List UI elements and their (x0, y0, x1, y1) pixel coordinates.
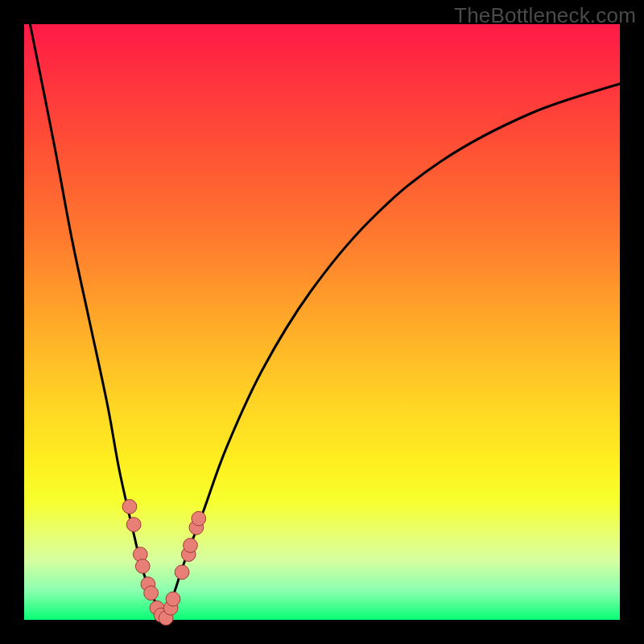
plot-area (24, 24, 620, 620)
curve-left-branch (30, 24, 164, 620)
curve-group (30, 24, 620, 620)
data-marker (135, 559, 150, 574)
data-marker (175, 565, 189, 580)
data-marker (122, 500, 137, 514)
data-marker (144, 586, 159, 601)
chart-frame: TheBottleneck.com (0, 0, 644, 644)
data-marker (184, 539, 198, 553)
data-marker (126, 518, 141, 532)
chart-svg (24, 24, 620, 620)
marker-group (122, 500, 206, 625)
data-marker (192, 511, 206, 526)
watermark-text: TheBottleneck.com (454, 3, 636, 28)
data-marker (166, 592, 180, 606)
curve-right-branch (164, 84, 620, 620)
